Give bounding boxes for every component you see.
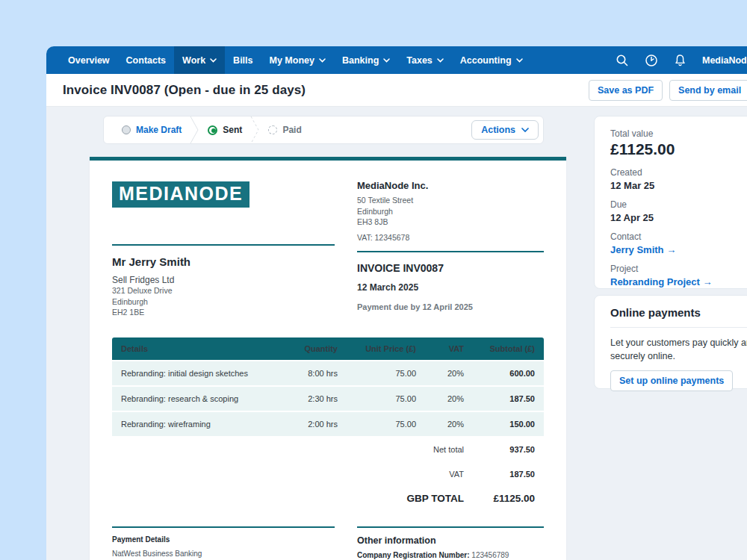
step-make-draft[interactable]: Make Draft: [114, 125, 189, 135]
created-label: Created: [610, 167, 747, 178]
chevron-down-icon: [437, 58, 444, 63]
col-header-quantity: Quantity: [281, 344, 347, 353]
vat-total-row: VAT 187.50: [112, 462, 544, 485]
other-information-block: Other information Company Registration N…: [357, 526, 544, 560]
other-information-title: Other information: [357, 535, 544, 546]
total-value-amount: £1125.00: [610, 140, 747, 158]
step-separator-dashed-icon: [249, 116, 261, 143]
nav-item-taxes[interactable]: Taxes: [398, 46, 452, 74]
company-vat: VAT: 12345678: [357, 233, 544, 242]
divider: [112, 244, 335, 246]
invoice-document: MEDIANODE Mr Jerry Smith Sell Fridges Lt…: [90, 157, 566, 560]
company-name: MediaNode Inc.: [357, 180, 544, 191]
header-buttons: Save as PDF Send by email More: [589, 80, 747, 101]
company-address-line: EH3 8JB: [357, 217, 544, 228]
client-address-line: Edinburgh: [112, 296, 335, 308]
nav-item-overview[interactable]: Overview: [60, 46, 118, 74]
due-value: 12 Apr 25: [610, 212, 747, 223]
app-window: Overview Contacts Work Bills My Money Ba…: [46, 46, 747, 560]
send-by-email-button[interactable]: Send by email: [669, 80, 747, 101]
divider: [357, 251, 544, 252]
col-header-unit-price: Unit Price (£): [347, 344, 425, 353]
col-header-details: Details: [112, 344, 281, 353]
created-value: 12 Mar 25: [610, 180, 747, 191]
col-header-subtotal: Subtotal (£): [473, 344, 544, 353]
invoice-due-note: Payment due by 12 April 2025: [357, 302, 544, 311]
step-separator-icon: [189, 116, 200, 143]
nav-item-bills[interactable]: Bills: [225, 46, 261, 74]
net-total-row: Net total 937.50: [112, 438, 544, 461]
client-name: Mr Jerry Smith: [112, 255, 335, 268]
nav-item-accounting[interactable]: Accounting: [452, 46, 531, 74]
company-reg-label: Company Registration Number:: [357, 551, 470, 559]
grand-total-row: GBP TOTAL £1125.00: [112, 487, 544, 510]
company-reg-value: 123456789: [471, 551, 509, 559]
actions-button[interactable]: Actions: [471, 120, 539, 140]
client-address-line: EH2 1BE: [112, 307, 335, 318]
online-payments-body: Let your customers pay quickly and secur…: [610, 336, 747, 363]
chevron-down-icon: [210, 58, 217, 63]
invoice-title: INVOICE INV0087: [357, 262, 544, 274]
search-icon[interactable]: [616, 54, 629, 67]
table-row: Rebranding: initial design sketches 8:00…: [112, 361, 544, 385]
sent-radio-icon: [208, 125, 217, 135]
account-menu[interactable]: MediaNode: [702, 55, 747, 66]
invoice-status-stepper: Make Draft Sent Paid Actions: [103, 116, 544, 144]
save-as-pdf-button[interactable]: Save as PDF: [589, 80, 663, 101]
bell-icon[interactable]: [674, 54, 686, 67]
invoice-date: 12 March 2025: [357, 282, 544, 293]
chevron-down-icon: [521, 128, 529, 132]
project-label: Project: [610, 264, 747, 274]
table-row: Rebranding: research & scoping 2:30 hrs …: [112, 387, 544, 411]
chevron-down-icon: [319, 58, 326, 63]
table-header-row: Details Quantity Unit Price (£) VAT Subt…: [112, 337, 544, 360]
chevron-down-icon: [516, 58, 523, 63]
client-company: Sell Fridges Ltd: [112, 275, 335, 285]
divider: [357, 526, 544, 528]
due-label: Due: [610, 199, 747, 210]
company-logo: MEDIANODE: [112, 181, 249, 208]
company-address-line: 50 Textile Street: [357, 195, 544, 206]
top-nav: Overview Contacts Work Bills My Money Ba…: [46, 46, 747, 74]
step-paid[interactable]: Paid: [261, 125, 309, 135]
timer-icon[interactable]: [645, 54, 658, 67]
page-header: Invoice INV0087 (Open - due in 25 days) …: [46, 74, 747, 107]
client-address-line: 321 Deluxe Drive: [112, 285, 335, 296]
online-payments-card: Online payments Let your customers pay q…: [594, 295, 747, 389]
nav-item-work[interactable]: Work: [174, 46, 225, 74]
step-sent[interactable]: Sent: [200, 125, 249, 135]
nav-item-contacts[interactable]: Contacts: [118, 46, 174, 74]
set-up-online-payments-button[interactable]: Set up online payments: [610, 370, 733, 391]
divider: [112, 526, 335, 528]
online-payments-title: Online payments: [610, 306, 747, 328]
company-address-line: Edinburgh: [357, 206, 544, 217]
line-items-table: Details Quantity Unit Price (£) VAT Subt…: [112, 337, 544, 510]
payment-details-block: Payment Details NatWest Business Banking…: [112, 526, 335, 560]
project-link[interactable]: Rebranding Project →: [610, 276, 747, 287]
col-header-vat: VAT: [425, 344, 473, 353]
paid-radio-icon: [268, 125, 277, 134]
nav-item-banking[interactable]: Banking: [334, 46, 398, 74]
payment-details-title: Payment Details: [112, 535, 335, 544]
contact-link[interactable]: Jerry Smith →: [610, 244, 747, 255]
nav-item-my-money[interactable]: My Money: [261, 46, 334, 74]
page-title: Invoice INV0087 (Open - due in 25 days): [46, 83, 306, 98]
chevron-down-icon: [383, 58, 390, 63]
nav-right-cluster: MediaNode: [616, 46, 747, 74]
contact-label: Contact: [610, 231, 747, 242]
table-row: Rebranding: wireframing 2:00 hrs 75.00 2…: [112, 412, 544, 436]
total-value-label: Total value: [610, 128, 747, 139]
invoice-summary-card: Total value £1125.00 Created 12 Mar 25 D…: [594, 116, 747, 289]
draft-radio-icon: [122, 125, 131, 134]
